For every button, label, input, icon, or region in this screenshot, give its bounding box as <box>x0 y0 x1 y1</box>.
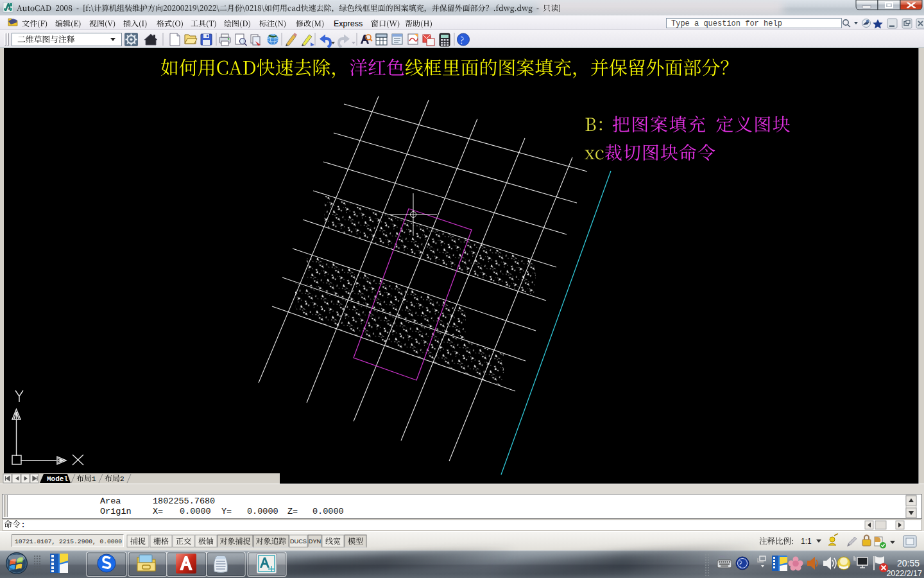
svg-text:10721.8107, 2215.2900, 0.0000: 10721.8107, 2215.2900, 0.0000 <box>15 538 122 545</box>
svg-text:2022/2/17: 2022/2/17 <box>886 569 922 578</box>
svg-text::: : <box>21 520 26 530</box>
svg-text:X=: X= <box>153 507 163 516</box>
svg-text:Express: Express <box>334 19 363 28</box>
svg-text:0.0000: 0.0000 <box>312 507 344 516</box>
svg-text:Model: Model <box>47 475 68 483</box>
svg-text:2: 2 <box>120 475 124 483</box>
svg-text:Type a question for help: Type a question for help <box>671 19 782 28</box>
svg-text:Y=: Y= <box>221 507 232 516</box>
svg-text:0.0000: 0.0000 <box>247 507 278 516</box>
svg-text:20:55: 20:55 <box>897 558 920 568</box>
svg-text:Origin: Origin <box>100 507 132 516</box>
svg-text:1: 1 <box>92 475 96 483</box>
svg-text:DUCS: DUCS <box>290 538 307 545</box>
svg-text:1802255.7680: 1802255.7680 <box>153 496 215 506</box>
svg-text:1:1: 1:1 <box>801 537 812 546</box>
svg-text:DYN: DYN <box>309 538 321 545</box>
svg-text:Area: Area <box>100 496 121 506</box>
svg-text:Z=: Z= <box>287 507 298 516</box>
svg-text:0.0000: 0.0000 <box>180 507 211 516</box>
